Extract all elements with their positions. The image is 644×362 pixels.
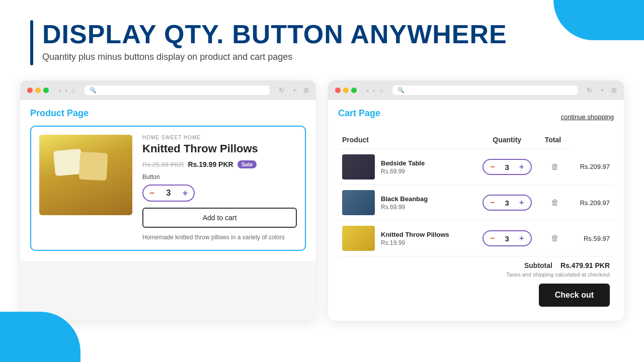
cart-delete-button-3[interactable]: 🗑: [551, 234, 559, 243]
table-row: Bedside Table Rs.69.99 − 3 +: [338, 149, 614, 185]
cart-qty-increase-1[interactable]: +: [517, 162, 527, 172]
dot-red: [27, 87, 33, 93]
cart-table: Product Quantity Total: [338, 133, 614, 256]
cart-panel: ‹ › ⌂ 🔍 ↻ + ⊞ Cart Page continue shoppin…: [328, 80, 624, 321]
accent-bar: [30, 20, 33, 65]
cart-delete-button-1[interactable]: 🗑: [551, 162, 559, 171]
subtotal-value: Rs.479.91 PKR: [560, 261, 610, 269]
qty-value: 3: [164, 189, 174, 198]
cart-product-text-3: Knitted Throw Pillows Rs.19.99: [381, 231, 449, 246]
cart-qty-value-1: 3: [503, 163, 512, 171]
cart-total-1: Rs.209.97: [570, 149, 614, 185]
price-row: Rs.25.99 PKR Rs.19.99 PKR Sale: [142, 160, 297, 168]
pillows-image: [342, 226, 375, 251]
product-card: HOME SWEET HOME Knitted Throw Pillows Rs…: [30, 126, 306, 251]
back-arrow-icon-cart: ‹: [367, 86, 369, 94]
col-header-product: Product: [338, 133, 473, 149]
panels-container: ‹ › ⌂ 🔍 ↻ + ⊞ Product Page: [0, 80, 644, 321]
browser-dots-cart: [335, 87, 357, 93]
cart-product-info-2: Black Beanbag Rs.69.99: [342, 190, 469, 215]
col-header-quantity: Quantity: [473, 133, 541, 149]
subtotal-row: Subtotal Rs.479.91 PKR: [338, 256, 614, 272]
browser-addressbar-cart: 🔍: [392, 85, 578, 95]
grid-icon: ⊞: [303, 86, 309, 94]
cart-browser-content: Cart Page continue shopping Product Quan…: [328, 100, 624, 321]
subtitle: Quantity plus minus buttons display on p…: [42, 52, 507, 62]
pillow2-decor: [79, 152, 108, 181]
back-arrow-icon: ‹: [59, 86, 61, 94]
cart-header-row: Cart Page continue shopping: [338, 108, 614, 126]
product-image: [39, 135, 132, 215]
qty-decrease-button[interactable]: −: [146, 188, 157, 199]
product-page-label: Product Page: [30, 108, 306, 119]
bedside-image: [342, 154, 375, 179]
product-details: HOME SWEET HOME Knitted Throw Pillows Rs…: [142, 135, 297, 242]
sale-price: Rs.19.99 PKR: [188, 160, 233, 168]
cart-delete-cell-1: 🗑: [541, 149, 570, 185]
checkout-row: Check out: [338, 284, 614, 311]
cart-product-text-1: Bedside Table Rs.69.99: [381, 159, 425, 175]
cart-qty-cell-1: − 3 +: [473, 149, 541, 185]
cart-qty-decrease-1[interactable]: −: [488, 162, 498, 172]
cart-product-cell-1: Bedside Table Rs.69.99: [338, 149, 473, 185]
col-header-total: Total: [541, 133, 570, 149]
header: DISPLAY QTY. BUTTON ANYWHERE Quantity pl…: [0, 0, 644, 75]
cart-product-name-1: Bedside Table: [381, 159, 425, 167]
dot-yellow: [35, 87, 41, 93]
cart-qty-cell-3: − 3 +: [473, 221, 541, 256]
dot-green-cart: [351, 87, 357, 93]
cart-delete-button-2[interactable]: 🗑: [551, 198, 559, 207]
qty-increase-button[interactable]: +: [180, 188, 191, 199]
dot-green: [43, 87, 49, 93]
pillow1-decor: [53, 149, 83, 176]
cart-total-3: Rs.59.97: [570, 221, 614, 256]
cart-qty-control-3: − 3 +: [482, 230, 532, 246]
cart-product-name-2: Black Beanbag: [381, 195, 428, 203]
cart-qty-control-2: − 3 +: [482, 195, 532, 211]
home-icon-cart: ⌂: [379, 86, 383, 94]
home-icon: ⌂: [71, 86, 75, 94]
table-row: Knitted Throw Pillows Rs.19.99 − 3 +: [338, 221, 614, 256]
cart-product-img-1: [342, 154, 375, 179]
product-qty-control: − 3 +: [142, 185, 195, 202]
forward-arrow-icon: ›: [65, 86, 67, 94]
product-browser-content: Product Page HOME SWEET HOME Knitted Thr…: [20, 100, 316, 261]
cart-product-cell-3: Knitted Throw Pillows Rs.19.99: [338, 221, 473, 256]
original-price: Rs.25.99 PKR: [142, 161, 184, 168]
forward-arrow-icon-cart: ›: [373, 86, 375, 94]
cart-qty-value-3: 3: [503, 234, 512, 243]
beanbag-image: [342, 190, 375, 215]
cart-product-img-2: [342, 190, 375, 215]
browser-nav-cart: ‹ › ⌂: [367, 86, 383, 94]
cart-qty-cell-2: − 3 +: [473, 185, 541, 221]
cart-product-price-1: Rs.69.99: [381, 168, 425, 175]
grid-icon-cart: ⊞: [611, 86, 617, 94]
cart-qty-increase-2[interactable]: +: [517, 198, 527, 208]
browser-titlebar-product: ‹ › ⌂ 🔍 ↻ + ⊞: [20, 80, 316, 100]
checkout-button[interactable]: Check out: [539, 284, 610, 307]
browser-titlebar-cart: ‹ › ⌂ 🔍 ↻ + ⊞: [328, 80, 624, 100]
add-tab-icon-cart: +: [600, 86, 604, 94]
cart-page-label: Cart Page: [338, 108, 380, 119]
cart-product-text-2: Black Beanbag Rs.69.99: [381, 195, 428, 211]
cart-product-cell-2: Black Beanbag Rs.69.99: [338, 185, 473, 221]
cart-qty-control-1: − 3 +: [482, 159, 532, 175]
cart-qty-decrease-3[interactable]: −: [488, 233, 498, 243]
continue-shopping-link[interactable]: continue shopping: [560, 113, 614, 121]
subtotal-label: Subtotal: [524, 261, 552, 269]
browser-nav: ‹ › ⌂: [59, 86, 75, 94]
cart-product-info-3: Knitted Throw Pillows Rs.19.99: [342, 226, 469, 251]
cart-delete-cell-2: 🗑: [541, 185, 570, 221]
cart-qty-increase-3[interactable]: +: [517, 233, 527, 243]
dot-red-cart: [335, 87, 341, 93]
main-title: DISPLAY QTY. BUTTON ANYWHERE: [42, 20, 507, 49]
add-to-cart-button[interactable]: Add to cart: [142, 208, 297, 228]
cart-product-img-3: [342, 226, 375, 251]
add-tab-icon: +: [292, 86, 296, 94]
search-icon: 🔍: [90, 87, 97, 94]
cart-delete-cell-3: 🗑: [541, 221, 570, 256]
product-name: Knitted Throw Pillows: [142, 142, 297, 155]
sale-badge: Sale: [237, 160, 257, 168]
cart-qty-decrease-2[interactable]: −: [488, 198, 498, 208]
dot-yellow-cart: [343, 87, 349, 93]
